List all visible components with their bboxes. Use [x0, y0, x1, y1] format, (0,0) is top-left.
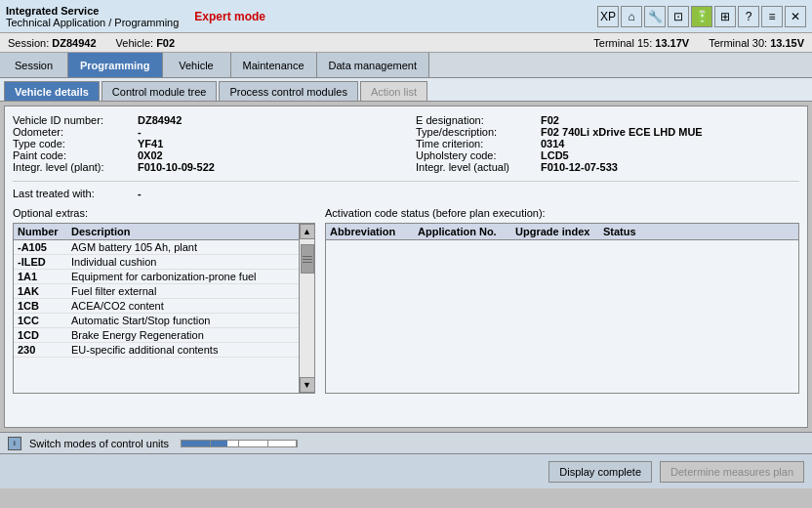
battery-button[interactable]: 🔋: [691, 6, 712, 27]
e-designation-value: F02: [541, 114, 559, 126]
extras-cell-desc: Automatic Start/Stop function: [71, 315, 295, 326]
extras-row[interactable]: 1AKFuel filter external: [14, 284, 299, 299]
type-description-value: F02 740Li xDrive ECE LHD MUE: [541, 126, 703, 138]
extras-cell-number: -ILED: [18, 256, 71, 268]
extras-cell-desc: EU-specific additional contents: [71, 344, 295, 356]
scroll-track: [300, 239, 314, 377]
subtab-process-control-modules[interactable]: Process control modules: [219, 81, 357, 101]
tab-data-management[interactable]: Data management: [317, 53, 430, 77]
home-button[interactable]: ⌂: [621, 6, 642, 27]
id-number-label: Vehicle ID number:: [13, 114, 130, 126]
info-row-integr-plant: Integr. level (plant): F010-10-09-522: [13, 161, 396, 173]
info-row-e-designation: E designation: F02: [416, 114, 799, 126]
extras-scrollbar[interactable]: ▲ ▼: [299, 224, 314, 393]
info-row-upholstery: Upholstery code: LCD5: [416, 149, 799, 161]
extras-row[interactable]: -A105AGM battery 105 Ah, plant: [14, 240, 299, 255]
extras-row[interactable]: 1CCAutomatic Start/Stop function: [14, 314, 299, 328]
tab-vehicle[interactable]: Vehicle: [163, 53, 231, 77]
progress-bar: [181, 440, 298, 447]
extras-cell-desc: ACEA/CO2 content: [71, 300, 295, 312]
vehicle-info-grid: Vehicle ID number: DZ84942 Odometer: - T…: [13, 114, 799, 173]
extras-cell-number: 1A1: [18, 271, 71, 282]
divider: [13, 181, 799, 182]
xp-button[interactable]: XP: [597, 6, 619, 27]
extras-rows: -A105AGM battery 105 Ah, plant-ILEDIndiv…: [14, 240, 299, 358]
question-button[interactable]: ?: [738, 6, 759, 27]
activation-code-section: Activation code status (before plan exec…: [325, 207, 799, 394]
info-row-id: Vehicle ID number: DZ84942: [13, 114, 396, 126]
activation-container: Abbreviation Application No. Upgrade ind…: [325, 223, 799, 394]
extras-row[interactable]: 1A1Equipment for carbonization-prone fue…: [14, 270, 299, 284]
scroll-thumb[interactable]: [301, 244, 314, 274]
subtab-vehicle-details[interactable]: Vehicle details: [4, 81, 100, 101]
terminal30-label: Terminal 30:: [709, 37, 767, 49]
scroll-up-button[interactable]: ▲: [300, 224, 315, 239]
subtab-nav: Vehicle details Control module tree Proc…: [0, 78, 812, 102]
integr-actual-label: Integr. level (actual): [416, 161, 533, 173]
activation-col-upgrade: Upgrade index: [515, 226, 603, 237]
main-content: Vehicle ID number: DZ84942 Odometer: - T…: [4, 106, 808, 428]
last-treated-value: -: [138, 188, 142, 199]
session-bar: Session: DZ84942 Vehicle: F02 Terminal 1…: [0, 33, 812, 53]
extras-cell-number: 1CC: [18, 315, 71, 326]
status-icon: i: [8, 437, 21, 450]
extras-cell-number: 1CD: [18, 329, 71, 341]
info-row-type-desc: Type/description: F02 740Li xDrive ECE L…: [416, 126, 799, 138]
extras-col-description: Description: [71, 226, 295, 237]
odometer-label: Odometer:: [13, 126, 130, 138]
type-code-value: YF41: [138, 138, 163, 149]
extras-cell-number: 1CB: [18, 300, 71, 312]
header-bar: Integrated Service Technical Application…: [0, 0, 812, 33]
screen-button[interactable]: ⊡: [668, 6, 689, 27]
time-criterion-value: 0314: [541, 138, 564, 149]
action-bar: Display complete Determine measures plan: [0, 453, 812, 488]
optional-extras-container: Number Description -A105AGM battery 105 …: [13, 223, 315, 394]
extras-cell-desc: Individual cushion: [71, 256, 295, 268]
extras-cell-desc: Brake Energy Regeneration: [71, 329, 295, 341]
subtab-action-list[interactable]: Action list: [360, 81, 427, 101]
type-description-label: Type/description:: [416, 126, 533, 138]
header-icons: XP ⌂ 🔧 ⊡ 🔋 ⊞ ? ≡ ✕: [597, 6, 806, 27]
last-treated-label: Last treated with:: [13, 188, 130, 199]
bottom-section: Optional extras: Number Description -A10…: [13, 207, 799, 394]
extras-row[interactable]: 230EU-specific additional contents: [14, 343, 299, 358]
display-complete-button[interactable]: Display complete: [548, 461, 652, 483]
info-row-type-code: Type code: YF41: [13, 138, 396, 149]
seg-1: [182, 441, 211, 446]
extras-cell-number: -A105: [18, 241, 71, 253]
session-label: Session:: [8, 37, 49, 49]
extras-cell-number: 1AK: [18, 285, 71, 297]
extras-cell-desc: Fuel filter external: [71, 285, 295, 297]
tab-session[interactable]: Session: [0, 53, 68, 77]
expert-mode-label: Expert mode: [194, 10, 265, 23]
info-row-time-criterion: Time criterion: 0314: [416, 138, 799, 149]
scroll-grip: [302, 245, 313, 273]
determine-measures-button[interactable]: Determine measures plan: [660, 461, 804, 483]
tab-programming[interactable]: Programming: [68, 53, 163, 77]
activation-col-status: Status: [603, 226, 794, 237]
extras-col-number: Number: [18, 226, 71, 237]
grip-line-1: [303, 256, 312, 257]
app-title: Integrated Service: [6, 5, 179, 17]
subtab-control-module-tree[interactable]: Control module tree: [102, 81, 218, 101]
tab-maintenance[interactable]: Maintenance: [231, 53, 317, 77]
image-button[interactable]: ⊞: [714, 6, 736, 27]
main-tabs: Session Programming Vehicle Maintenance …: [0, 53, 812, 78]
menu-button[interactable]: ≡: [761, 6, 783, 27]
type-code-label: Type code:: [13, 138, 130, 149]
extras-row[interactable]: 1CBACEA/CO2 content: [14, 299, 299, 314]
activation-header: Abbreviation Application No. Upgrade ind…: [326, 224, 798, 240]
progress-segments: [182, 441, 297, 446]
id-number-value: DZ84942: [138, 114, 182, 126]
upholstery-code-label: Upholstery code:: [416, 149, 533, 161]
wrench-button[interactable]: 🔧: [644, 6, 666, 27]
close-button[interactable]: ✕: [785, 6, 806, 27]
optional-extras-title: Optional extras:: [13, 207, 315, 219]
extras-row[interactable]: 1CDBrake Energy Regeneration: [14, 328, 299, 343]
app-info: Integrated Service Technical Application…: [6, 5, 179, 28]
activation-col-abbr: Abbreviation: [330, 226, 418, 237]
scroll-down-button[interactable]: ▼: [300, 377, 315, 393]
grip-line-2: [303, 259, 312, 260]
extras-row[interactable]: -ILEDIndividual cushion: [14, 255, 299, 270]
extras-cell-desc: AGM battery 105 Ah, plant: [71, 241, 295, 253]
